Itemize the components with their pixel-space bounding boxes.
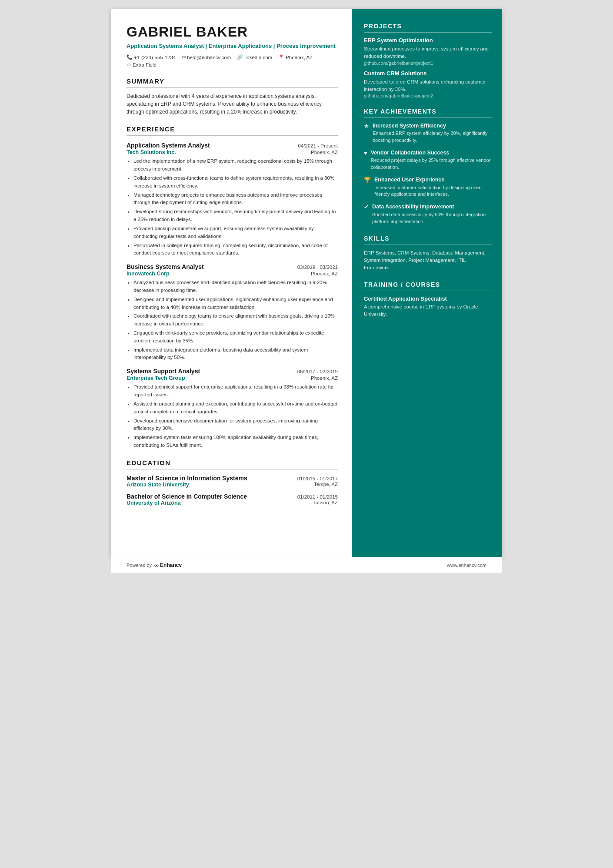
bullet-item: Coordinated with technology teams to ens… [133, 312, 338, 328]
achievement-title: Enhanced User Experience [374, 176, 492, 183]
logo-icon: ∞ [154, 562, 159, 569]
achievement-desc: Increased customer satisfaction by desig… [374, 184, 492, 198]
job-item: Business Systems Analyst 03/2019 - 03/20… [127, 263, 338, 362]
achievement-desc: Enhanced ERP system efficiency by 20%, s… [373, 130, 492, 144]
education-divider [127, 469, 338, 469]
job-dates: 03/2019 - 03/2021 [297, 265, 338, 270]
summary-divider [127, 87, 338, 88]
edu-degree: Bachelor of Science in Computer Science [127, 493, 247, 500]
education-title: EDUCATION [127, 459, 338, 466]
summary-title: SUMMARY [127, 77, 338, 85]
subtitle: Application Systems Analyst | Enterprise… [127, 42, 338, 50]
bullet-item: Implemented data integration platforms, … [133, 346, 338, 362]
bullet-item: Assisted in project planning and executi… [133, 400, 338, 416]
email-icon: ✉ [182, 54, 186, 60]
job-company: Enterprise Tech Group [127, 375, 185, 381]
skills-divider [364, 245, 492, 245]
achievement-icon-star: ★ [364, 123, 369, 129]
achievement-title: Increased System Efficiency [373, 122, 492, 129]
link-icon: 🔗 [237, 54, 243, 60]
achievement-desc: Boosted data accessibility by 50% throug… [372, 211, 492, 225]
achievements-divider [364, 117, 492, 118]
job-title: Systems Support Analyst [127, 368, 200, 375]
projects-divider [364, 32, 492, 33]
achievement-icon-trophy: 🏆 [364, 177, 371, 183]
bullet-item: Participated in college-required trainin… [133, 242, 338, 258]
achievement-icon-check: ✔ [364, 204, 369, 210]
achievement-item: ♥ Vendor Collaboration Success Reduced p… [364, 149, 492, 171]
job-title: Application Systems Analyst [127, 142, 210, 149]
edu-location: Tucson, AZ [313, 500, 338, 506]
phone-contact: 📞 +1-(234)-555-1234 [127, 54, 176, 60]
job-dates: 04/2021 - Present [298, 143, 338, 148]
job-location: Phoenix, AZ [311, 271, 338, 276]
job-bullets: Provided technical support for enterpris… [127, 383, 338, 449]
edu-school: University of Arizona [127, 500, 181, 506]
bullet-item: Led the implementation of a new ERP syst… [133, 158, 338, 173]
job-location: Phoenix, AZ [311, 375, 338, 381]
linkedin-contact: 🔗 linkedin.com [237, 54, 272, 60]
bullet-item: Engaged with third-party service provide… [133, 329, 338, 345]
phone-icon: 📞 [127, 54, 133, 60]
enhancv-logo: ∞ Enhancv [154, 562, 182, 569]
name-heading: GABRIEL BAKER [127, 24, 338, 40]
location-contact: 📍 Phoenix, AZ [278, 54, 313, 60]
star-icon: ☆ [127, 62, 131, 68]
experience-title: EXPERIENCE [127, 125, 338, 133]
training-item: Certified Application Specialist A compr… [364, 295, 492, 318]
job-item: Application Systems Analyst 04/2021 - Pr… [127, 142, 338, 257]
job-company: Innovatech Corp. [127, 271, 171, 277]
bullet-item: Designed and implemented user applicatio… [133, 296, 338, 312]
training-divider [364, 291, 492, 291]
powered-by-label: Powered by [127, 563, 152, 568]
achievement-title: Data Accessibility Improvement [372, 203, 492, 210]
job-item: Systems Support Analyst 06/2017 - 02/201… [127, 368, 338, 449]
training-title: TRAINING / COURSES [364, 281, 492, 288]
footer-website: www.enhancv.com [447, 563, 486, 568]
bullet-item: Analyzed business processes and identifi… [133, 279, 338, 295]
job-company: Tech Solutions Inc. [127, 149, 176, 155]
edu-degree: Master of Science in Information Systems [127, 475, 247, 482]
pin-icon: 📍 [278, 54, 284, 60]
bullet-item: Provided backup administrative support, … [133, 225, 338, 241]
job-location: Phoenix, AZ [311, 150, 338, 155]
training-desc: A comprehensive course in ERP systems by… [364, 303, 492, 318]
summary-text: Dedicated professional with 4 years of e… [127, 92, 338, 116]
skills-text: ERP Systems, CRM Systems, Database Manag… [364, 249, 492, 272]
achievement-desc: Reduced project delays by 25% through ef… [371, 157, 492, 171]
bullet-item: Developed comprehensive documentation fo… [133, 417, 338, 433]
bullet-item: Managed technology projects to enhance b… [133, 191, 338, 207]
email-contact: ✉ help@enhancv.com [182, 54, 231, 60]
education-item: Master of Science in Information Systems… [127, 475, 338, 488]
project-item: Custom CRM Solutions Developed tailored … [364, 70, 492, 99]
edu-school: Arizona State University [127, 482, 189, 488]
edu-location: Tempe, AZ [314, 482, 338, 488]
skills-title: SKILLS [364, 235, 492, 242]
bullet-item: Implemented system tests ensuring 100% a… [133, 434, 338, 449]
project-item: ERP System Optimization Streamlined proc… [364, 37, 492, 66]
achievement-item: ★ Increased System Efficiency Enhanced E… [364, 122, 492, 144]
projects-title: PROJECTS [364, 23, 492, 30]
edu-dates: 01/2015 - 01/2017 [297, 476, 338, 481]
job-title: Business Systems Analyst [127, 263, 204, 270]
footer-left: Powered by ∞ Enhancv [127, 562, 182, 569]
edu-dates: 01/2011 - 01/2015 [297, 494, 338, 499]
achievement-item: 🏆 Enhanced User Experience Increased cus… [364, 176, 492, 198]
achievements-title: KEY ACHIEVEMENTS [364, 108, 492, 115]
education-item: Bachelor of Science in Computer Science … [127, 493, 338, 506]
bullet-item: Collaborated with cross-functional teams… [133, 174, 338, 190]
achievement-item: ✔ Data Accessibility Improvement Boosted… [364, 203, 492, 225]
experience-divider [127, 135, 338, 136]
extra-field: ☆ Extra Field [127, 62, 338, 68]
bullet-item: Developed strong relationships with vend… [133, 208, 338, 224]
bullet-item: Provided technical support for enterpris… [133, 383, 338, 399]
training-name: Certified Application Specialist [364, 295, 492, 302]
achievement-icon-heart: ♥ [364, 150, 367, 156]
job-dates: 06/2017 - 02/2019 [297, 369, 338, 374]
achievement-title: Vendor Collaboration Success [371, 149, 492, 156]
job-bullets: Led the implementation of a new ERP syst… [127, 158, 338, 257]
footer: Powered by ∞ Enhancv www.enhancv.com [111, 557, 502, 573]
job-bullets: Analyzed business processes and identifi… [127, 279, 338, 362]
